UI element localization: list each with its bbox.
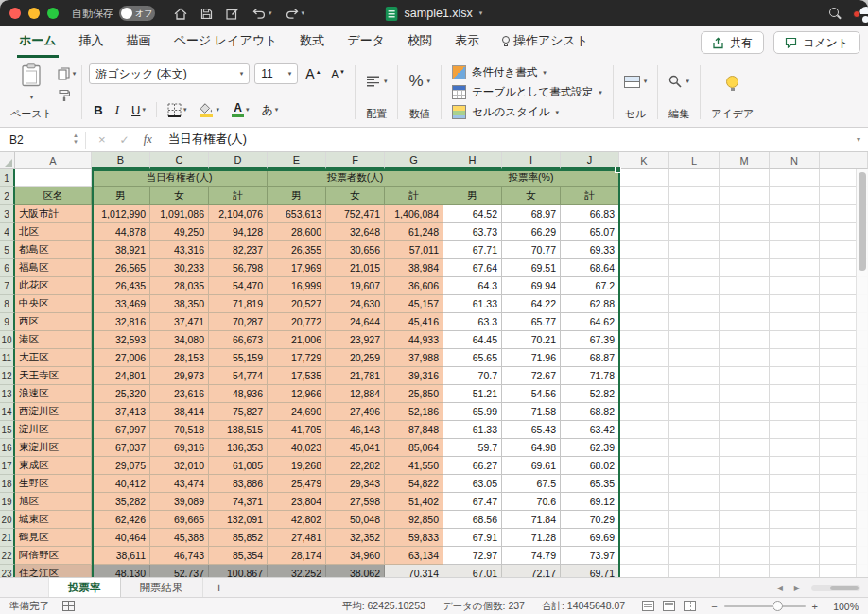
- ribbon-tab-data[interactable]: データ: [345, 26, 387, 58]
- home-button[interactable]: [174, 8, 187, 20]
- cell-E14[interactable]: 24,690: [268, 403, 326, 421]
- phonetic-dropdown-icon[interactable]: ▾: [275, 106, 279, 114]
- cell-K4[interactable]: [619, 223, 669, 241]
- cell-A13[interactable]: 浪速区: [15, 385, 92, 403]
- horizontal-scrollbar-thumb[interactable]: [830, 586, 859, 590]
- cell-B7[interactable]: 26,435: [92, 277, 150, 295]
- cell-N19[interactable]: [770, 493, 820, 511]
- cell-M15[interactable]: [720, 421, 770, 439]
- cell-N21[interactable]: [770, 529, 820, 547]
- cell-K13[interactable]: [619, 385, 669, 403]
- cell-G12[interactable]: 39,316: [385, 367, 443, 385]
- underline-button[interactable]: U ▾: [127, 103, 150, 117]
- cell-M23[interactable]: [720, 565, 770, 577]
- cell-I5[interactable]: 70.77: [502, 241, 561, 259]
- cell-J21[interactable]: 69.69: [561, 529, 619, 547]
- cell-D23[interactable]: 100,867: [209, 565, 268, 577]
- cell-H20[interactable]: 68.56: [443, 511, 502, 529]
- cell-F3[interactable]: 752,471: [326, 205, 385, 223]
- cell-L23[interactable]: [669, 565, 720, 577]
- cell-G20[interactable]: 92,850: [385, 511, 443, 529]
- cell-L17[interactable]: [669, 457, 720, 475]
- cell-K11[interactable]: [619, 349, 669, 367]
- cell-G5[interactable]: 57,011: [385, 241, 443, 259]
- cell-K5[interactable]: [619, 241, 669, 259]
- cell-K2[interactable]: [619, 187, 669, 205]
- font-color-dropdown-icon[interactable]: ▾: [246, 106, 250, 114]
- copy-dropdown-icon[interactable]: ▾: [73, 70, 77, 78]
- cell-J7[interactable]: 67.2: [561, 277, 619, 295]
- cell-E21[interactable]: 27,481: [268, 529, 326, 547]
- borders-button[interactable]: ▾: [163, 103, 192, 117]
- column-header-B[interactable]: B: [92, 152, 150, 169]
- cell-J13[interactable]: 52.82: [561, 385, 619, 403]
- cell-J17[interactable]: 68.02: [561, 457, 619, 475]
- column-header-E[interactable]: E: [268, 152, 326, 169]
- cell-E11[interactable]: 17,729: [268, 349, 326, 367]
- cell-J18[interactable]: 65.35: [561, 475, 619, 493]
- minimize-window-button[interactable]: [28, 8, 40, 19]
- cell-D5[interactable]: 82,237: [209, 241, 268, 259]
- cell-M21[interactable]: [720, 529, 770, 547]
- cell-M20[interactable]: [720, 511, 770, 529]
- cell-I20[interactable]: 71.84: [502, 511, 561, 529]
- title-dropdown-icon[interactable]: ▾: [479, 9, 483, 17]
- cell-J8[interactable]: 62.88: [561, 295, 619, 313]
- cell-D19[interactable]: 74,371: [209, 493, 268, 511]
- cell-F6[interactable]: 21,015: [326, 259, 385, 277]
- cell-N15[interactable]: [770, 421, 820, 439]
- cell-C2[interactable]: 女: [150, 187, 209, 205]
- cell-F2[interactable]: 女: [326, 187, 385, 205]
- cell-H10[interactable]: 64.45: [443, 331, 502, 349]
- cell-H15[interactable]: 61.33: [443, 421, 502, 439]
- cell-C16[interactable]: 69,316: [150, 439, 209, 457]
- cell-B12[interactable]: 24,801: [92, 367, 150, 385]
- column-header-L[interactable]: L: [669, 152, 720, 169]
- cell-E17[interactable]: 19,268: [268, 457, 326, 475]
- cell-J11[interactable]: 68.87: [561, 349, 619, 367]
- cell-B14[interactable]: 37,413: [92, 403, 150, 421]
- cell-E23[interactable]: 32,252: [268, 565, 326, 577]
- copy-button[interactable]: ▾: [58, 67, 77, 80]
- row-header-9[interactable]: 9: [0, 313, 15, 331]
- cell-H7[interactable]: 64.3: [443, 277, 502, 295]
- cell-C14[interactable]: 38,414: [150, 403, 209, 421]
- cell-F13[interactable]: 12,884: [326, 385, 385, 403]
- cell-D7[interactable]: 54,470: [209, 277, 268, 295]
- cell-L1[interactable]: [669, 169, 720, 187]
- cell-B3[interactable]: 1,012,990: [92, 205, 150, 223]
- cell-A11[interactable]: 大正区: [15, 349, 92, 367]
- cell-F10[interactable]: 23,927: [326, 331, 385, 349]
- cell-G3[interactable]: 1,406,084: [385, 205, 443, 223]
- comments-button[interactable]: コメント: [773, 31, 860, 54]
- cell-K22[interactable]: [619, 547, 669, 565]
- cell-K18[interactable]: [619, 475, 669, 493]
- zoom-slider[interactable]: [724, 605, 806, 607]
- add-sheet-button[interactable]: +: [203, 578, 235, 597]
- cell-H23[interactable]: 67.01: [443, 565, 502, 577]
- cell-I2[interactable]: 女: [502, 187, 561, 205]
- cell-F16[interactable]: 45,041: [326, 439, 385, 457]
- cell-J14[interactable]: 68.82: [561, 403, 619, 421]
- cell-A17[interactable]: 東成区: [15, 457, 92, 475]
- cell-I13[interactable]: 54.56: [502, 385, 561, 403]
- cell-H4[interactable]: 63.73: [443, 223, 502, 241]
- cell-D6[interactable]: 56,798: [209, 259, 268, 277]
- paste-dropdown-icon[interactable]: ▾: [30, 94, 34, 101]
- cell-F22[interactable]: 34,960: [326, 547, 385, 565]
- cell-A5[interactable]: 都島区: [15, 241, 92, 259]
- row-header-15[interactable]: 15: [0, 421, 15, 439]
- cell-E8[interactable]: 20,527: [268, 295, 326, 313]
- select-all-corner[interactable]: [0, 152, 15, 169]
- cell-A8[interactable]: 中央区: [15, 295, 92, 313]
- cell-M14[interactable]: [720, 403, 770, 421]
- cell-G23[interactable]: 70,314: [385, 565, 443, 577]
- cell-G6[interactable]: 38,984: [385, 259, 443, 277]
- cell-K9[interactable]: [619, 313, 669, 331]
- cell-N2[interactable]: [770, 187, 820, 205]
- cell-F11[interactable]: 20,259: [326, 349, 385, 367]
- cell-L3[interactable]: [669, 205, 720, 223]
- cell-M10[interactable]: [720, 331, 770, 349]
- cell-N10[interactable]: [770, 331, 820, 349]
- italic-button[interactable]: I: [111, 102, 124, 117]
